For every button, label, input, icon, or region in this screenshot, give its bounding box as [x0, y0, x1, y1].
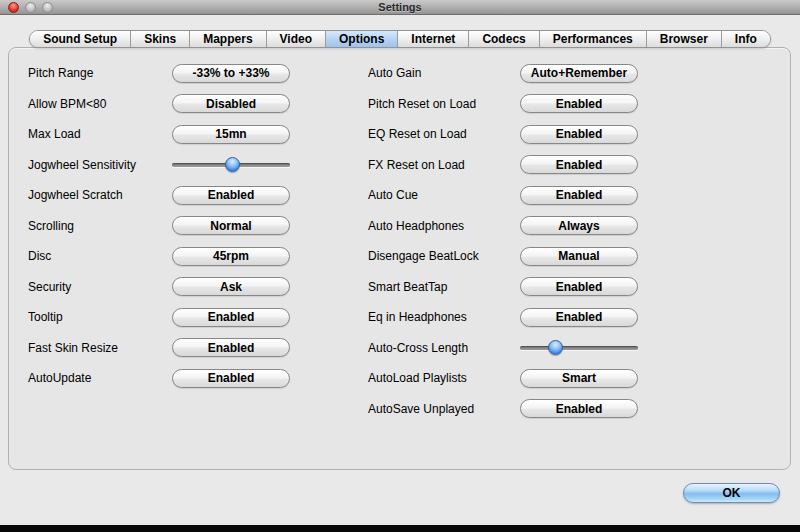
row-fast-skin-resize: Fast Skin Resize Enabled: [28, 333, 290, 364]
tab-bar: Sound Setup Skins Mappers Video Options …: [0, 30, 800, 48]
row-auto-headphones: Auto Headphones Always: [368, 211, 638, 242]
eq-in-headphones-label: Eq in Headphones: [368, 310, 467, 324]
security-label: Security: [28, 280, 71, 294]
row-scrolling: Scrolling Normal: [28, 211, 290, 242]
auto-cue-button[interactable]: Enabled: [520, 186, 638, 205]
autoload-playlists-button[interactable]: Smart: [520, 369, 638, 388]
disengage-beatlock-button[interactable]: Manual: [520, 247, 638, 266]
row-security: Security Ask: [28, 272, 290, 303]
max-load-label: Max Load: [28, 127, 81, 141]
tab-internet[interactable]: Internet: [397, 31, 468, 47]
tab-performances[interactable]: Performances: [539, 31, 646, 47]
row-eq-reset: EQ Reset on Load Enabled: [368, 119, 638, 150]
row-jogwheel-scratch: Jogwheel Scratch Enabled: [28, 180, 290, 211]
options-column-left: Pitch Range -33% to +33% Allow BPM<80 Di…: [28, 58, 290, 394]
pitch-reset-label: Pitch Reset on Load: [368, 97, 476, 111]
minimize-button[interactable]: [25, 2, 36, 13]
row-auto-cue: Auto Cue Enabled: [368, 180, 638, 211]
row-auto-gain: Auto Gain Auto+Remember: [368, 58, 638, 89]
disc-label: Disc: [28, 249, 51, 263]
eq-reset-button[interactable]: Enabled: [520, 125, 638, 144]
auto-headphones-button[interactable]: Always: [520, 216, 638, 235]
background-app-strip: [0, 525, 800, 532]
jogwheel-sensitivity-slider[interactable]: [172, 157, 290, 173]
tab-video[interactable]: Video: [266, 31, 325, 47]
allow-bpm-button[interactable]: Disabled: [172, 94, 290, 113]
zoom-button[interactable]: [42, 2, 53, 13]
tab-browser[interactable]: Browser: [646, 31, 721, 47]
ok-button[interactable]: OK: [683, 483, 780, 503]
scrolling-button[interactable]: Normal: [172, 216, 290, 235]
pitch-reset-button[interactable]: Enabled: [520, 94, 638, 113]
smart-beattap-button[interactable]: Enabled: [520, 277, 638, 296]
tab-sound-setup[interactable]: Sound Setup: [30, 31, 130, 47]
security-button[interactable]: Ask: [172, 277, 290, 296]
autoupdate-button[interactable]: Enabled: [172, 369, 290, 388]
row-pitch-range: Pitch Range -33% to +33%: [28, 58, 290, 89]
jogwheel-scratch-button[interactable]: Enabled: [172, 186, 290, 205]
jogwheel-sensitivity-label: Jogwheel Sensitivity: [28, 158, 136, 172]
scrolling-label: Scrolling: [28, 219, 74, 233]
tooltip-label: Tooltip: [28, 310, 63, 324]
auto-headphones-label: Auto Headphones: [368, 219, 464, 233]
slider-thumb[interactable]: [225, 157, 240, 172]
tab-mappers[interactable]: Mappers: [189, 31, 265, 47]
max-load-button[interactable]: 15mn: [172, 125, 290, 144]
row-autoload-playlists: AutoLoad Playlists Smart: [368, 363, 638, 394]
auto-gain-label: Auto Gain: [368, 66, 421, 80]
titlebar: Settings: [0, 0, 800, 15]
fx-reset-button[interactable]: Enabled: [520, 155, 638, 174]
eq-reset-label: EQ Reset on Load: [368, 127, 467, 141]
close-button[interactable]: [8, 2, 19, 13]
row-pitch-reset: Pitch Reset on Load Enabled: [368, 89, 638, 120]
row-allow-bpm: Allow BPM<80 Disabled: [28, 89, 290, 120]
auto-cross-length-label: Auto-Cross Length: [368, 341, 468, 355]
autoupdate-label: AutoUpdate: [28, 371, 91, 385]
settings-window: Settings Sound Setup Skins Mappers Video…: [0, 0, 800, 532]
fast-skin-resize-button[interactable]: Enabled: [172, 338, 290, 357]
disengage-beatlock-label: Disengage BeatLock: [368, 249, 479, 263]
eq-in-headphones-button[interactable]: Enabled: [520, 308, 638, 327]
fast-skin-resize-label: Fast Skin Resize: [28, 341, 118, 355]
row-disengage-beatlock: Disengage BeatLock Manual: [368, 241, 638, 272]
row-auto-cross-length: Auto-Cross Length: [368, 333, 638, 364]
tab-info[interactable]: Info: [721, 31, 770, 47]
window-controls: [8, 2, 53, 13]
slider-thumb[interactable]: [548, 340, 563, 355]
disc-button[interactable]: 45rpm: [172, 247, 290, 266]
tab-skins[interactable]: Skins: [130, 31, 189, 47]
jogwheel-scratch-label: Jogwheel Scratch: [28, 188, 123, 202]
row-jogwheel-sensitivity: Jogwheel Sensitivity: [28, 150, 290, 181]
auto-gain-button[interactable]: Auto+Remember: [520, 64, 638, 83]
autoload-playlists-label: AutoLoad Playlists: [368, 371, 467, 385]
row-tooltip: Tooltip Enabled: [28, 302, 290, 333]
row-autoupdate: AutoUpdate Enabled: [28, 363, 290, 394]
smart-beattap-label: Smart BeatTap: [368, 280, 447, 294]
allow-bpm-label: Allow BPM<80: [28, 97, 106, 111]
row-max-load: Max Load 15mn: [28, 119, 290, 150]
slider-track[interactable]: [520, 346, 638, 350]
autosave-unplayed-label: AutoSave Unplayed: [368, 402, 474, 416]
window-title: Settings: [0, 0, 800, 14]
row-autosave-unplayed: AutoSave Unplayed Enabled: [368, 394, 638, 425]
row-eq-in-headphones: Eq in Headphones Enabled: [368, 302, 638, 333]
row-fx-reset: FX Reset on Load Enabled: [368, 150, 638, 181]
pitch-range-button[interactable]: -33% to +33%: [172, 64, 290, 83]
tab-codecs[interactable]: Codecs: [468, 31, 538, 47]
auto-cross-length-slider[interactable]: [520, 340, 638, 356]
row-smart-beattap: Smart BeatTap Enabled: [368, 272, 638, 303]
autosave-unplayed-button[interactable]: Enabled: [520, 399, 638, 418]
pitch-range-label: Pitch Range: [28, 66, 93, 80]
fx-reset-label: FX Reset on Load: [368, 158, 465, 172]
row-disc: Disc 45rpm: [28, 241, 290, 272]
tooltip-button[interactable]: Enabled: [172, 308, 290, 327]
auto-cue-label: Auto Cue: [368, 188, 418, 202]
options-column-right: Auto Gain Auto+Remember Pitch Reset on L…: [368, 58, 638, 424]
tab-options[interactable]: Options: [325, 31, 397, 47]
